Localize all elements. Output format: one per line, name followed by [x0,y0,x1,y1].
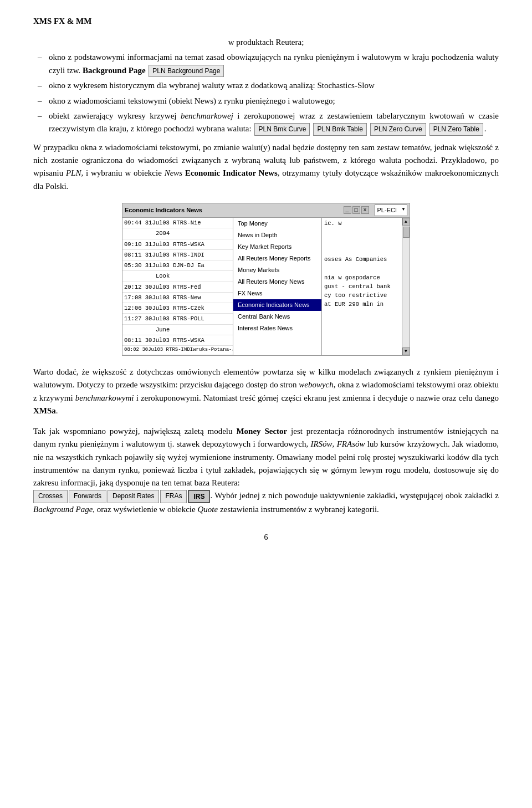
news-row: 20:12 30Jul03 RTRS-Fed [122,282,233,293]
scrollbar-thumb[interactable] [403,227,410,238]
curve-table-btns: PLN Bmk Curve PLN Bmk Table PLN Zero Cur… [253,123,484,136]
dash-item-1: okno z podstawowymi informacjami na tema… [33,51,499,77]
pln-zero-curve-btn[interactable]: PLN Zero Curve [370,123,426,136]
right-line [324,237,400,246]
tab-irs[interactable]: IRS [188,490,210,504]
paragraph4-after: , oraz wyświetlenie w obiekcie [93,505,197,514]
paragraph4-end: zestawienia instrumentów z wybranej kate… [220,505,379,514]
background-page-italic: Background Page [33,505,93,514]
irsow-italic: IRSów [310,439,332,448]
paragraph1: W przypadku okna z wiadomościami tekstow… [33,141,499,193]
pln-background-page-btn[interactable]: PLN Background Page [149,65,224,78]
news-row: 2004 [122,228,233,239]
right-line: cy too restrictive [324,291,400,300]
benchmarkowymi-italic: benchmarkowymi [75,393,134,402]
dash-3-text: okno z wiadomościami tekstowymi (obiekt … [49,96,335,105]
dash-2-text: okno z wykresem historycznym dla wybrane… [49,81,375,90]
menu-item-all-reuters-money-news[interactable]: All Reuters Money News [233,276,321,288]
economic-indicator-bold: Economic Indicator News [185,168,278,177]
pln-bmk-table-btn[interactable]: PLN Bmk Table [313,123,366,136]
right-line [324,318,400,327]
news-row: 09:10 31Jul03 RTRS-WSKA [122,239,233,250]
dash-4-text-before: obiekt zawierający wykresy krzywej [49,111,181,120]
dash-4-italic: benchmarkowej [181,111,233,120]
menu-item-all-reuters-money[interactable]: All Reuters Money Reports [233,253,321,264]
screenshot-right-content: ic. w osses As Companies nia w gospodarc… [322,218,402,355]
dash-item-3: okno z wiadomościami tekstowymi (obiekt … [33,95,499,108]
screenshot-header: Economic Indicators News _ □ × PL-ECI [122,203,410,218]
pln-italic: PLN [66,168,81,177]
page-number: 6 [33,533,499,542]
right-line: osses As Companies [324,255,400,264]
news-screenshot: Economic Indicators News _ □ × PL-ECI 09… [33,203,499,356]
screenshot-body: 09:44 31Jul03 RTRS-Nie 2004 09:10 31Jul0… [122,218,410,355]
xmsa-bold: XMSa [33,406,56,415]
news-italic: News [165,168,183,177]
screenshot-title: Economic Indicators News [125,206,342,215]
tab-fras[interactable]: FRAs [160,490,187,504]
scrollbar-down-btn[interactable]: ▼ [402,347,410,355]
dash-item-2: okno z wykresem historycznym dla wybrane… [33,79,499,92]
frasow-italic: FRAsów [337,439,365,448]
menu-item-fx-news[interactable]: FX News [233,288,321,299]
news-row: 05:30 31Jul03 DJN-DJ Ea [122,260,233,271]
dash-list: okno z podstawowymi informacjami na tema… [33,51,499,136]
right-line [324,246,400,255]
scrollbar-up-btn[interactable]: ▲ [402,218,410,226]
menu-item-interest-rates[interactable]: Interest Rates News [233,323,321,334]
intro-text: w produktach Reutera; [33,36,499,49]
quote-italic: Quote [197,505,218,514]
news-row: Look [122,271,233,282]
paragraph2: Warto dodać, że większość z dotychczas o… [33,366,499,417]
screenshot-box: Economic Indicators News _ □ × PL-ECI 09… [122,203,410,356]
screenshot-close-btn[interactable]: × [361,206,369,214]
bottom-tabs-row: Crosses Forwards Deposit Rates FRAs IRS [33,490,210,504]
scrollbar-track [402,226,410,347]
dash-item-4: obiekt zawierający wykresy krzywej bench… [33,110,499,136]
dash-4-period: . [484,124,487,133]
menu-item-news-depth[interactable]: News in Depth [233,229,321,241]
menu-item-economic-indicators[interactable]: Economic Indicators News [233,299,321,311]
tab-crosses[interactable]: Crosses [33,490,68,504]
menu-item-central-bank[interactable]: Central Bank News [233,311,321,323]
screenshot-news-list: 09:44 31Jul03 RTRS-Nie 2004 09:10 31Jul0… [122,218,233,355]
screenshot-scrollbar: ▲ ▼ [402,218,410,355]
tab-forwards[interactable]: Forwards [69,490,106,504]
screenshot-right-panel: ic. w osses As Companies nia w gospodarc… [322,218,410,355]
news-row: 08:11 30Jul03 RTRS-WSKA [122,335,233,346]
right-line [324,309,400,318]
news-row: June [122,325,233,335]
right-line: at EUR 290 mln in [324,300,400,309]
right-line: nia w gospodarce [324,273,400,282]
screenshot-maximize-btn[interactable]: □ [352,206,360,214]
news-row: 11:27 30Jul03 RTRS-POLL [122,314,233,324]
screenshot-menu: Top Money News in Depth Key Market Repor… [233,218,322,355]
paragraph4-before: . Wybór jednej z nich powoduje uaktywnie… [210,491,499,500]
menu-item-top-money[interactable]: Top Money [233,218,321,229]
page-title: XMS FX & MM [33,17,499,26]
right-line [324,327,400,336]
right-line: ic. w [324,219,400,228]
screenshot-dropdown[interactable]: PL-ECI [375,204,407,216]
main-content: w produktach Reutera; okno z podstawowym… [33,36,499,516]
paragraph3: Tak jak wspomniano powyżej, największą z… [33,425,499,516]
dash-1-text: okno z podstawowymi informacjami na tema… [49,53,499,74]
news-row: 17:08 30Jul03 RTRS-New [122,293,233,303]
right-line [324,228,400,237]
menu-item-key-market[interactable]: Key Market Reports [233,241,321,253]
news-row: 09:44 31Jul03 RTRS-Nie [122,218,233,228]
pln-bmk-curve-btn[interactable]: PLN Bmk Curve [254,123,310,136]
news-row: 12:06 30Jul03 RTRS-Czek [122,303,233,314]
pln-zero-table-btn[interactable]: PLN Zero Table [429,123,483,136]
news-row: 08:02 30Jul03 RTRS-INDIwruks-Potana-Jaty… [122,346,233,355]
right-line: gust - central bank [324,282,400,291]
webowych-italic: webowych [299,380,333,389]
news-row: 08:11 31Jul03 RTRS-INDI [122,250,233,260]
menu-item-money-markets[interactable]: Money Markets [233,264,321,276]
screenshot-minimize-btn[interactable]: _ [344,206,351,214]
tab-deposit-rates[interactable]: Deposit Rates [108,490,159,504]
right-line [324,264,400,273]
money-sector-bold: Money Sector [236,427,287,436]
